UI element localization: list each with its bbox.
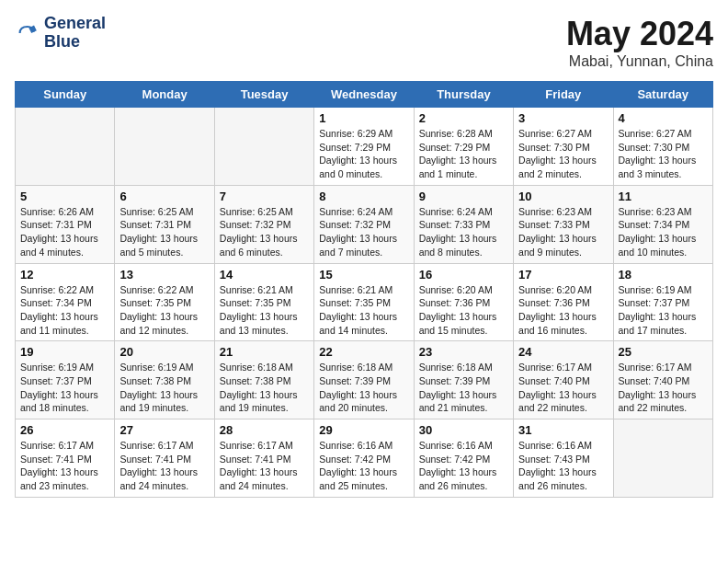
- day-info: Sunrise: 6:24 AMSunset: 7:32 PMDaylight:…: [319, 205, 408, 259]
- day-info: Sunrise: 6:18 AMSunset: 7:39 PMDaylight:…: [419, 361, 508, 415]
- day-info: Sunrise: 6:16 AMSunset: 7:42 PMDaylight:…: [319, 439, 408, 493]
- day-number: 11: [619, 190, 708, 203]
- calendar-cell: 18Sunrise: 6:19 AMSunset: 7:37 PMDayligh…: [613, 263, 712, 341]
- day-number: 17: [518, 268, 608, 282]
- calendar-cell: [613, 419, 712, 498]
- calendar-cell: 10Sunrise: 6:23 AMSunset: 7:33 PMDayligh…: [514, 185, 613, 263]
- day-number: 23: [419, 345, 508, 359]
- day-number: 24: [518, 345, 608, 359]
- day-info: Sunrise: 6:21 AMSunset: 7:35 PMDaylight:…: [319, 283, 408, 338]
- day-info: Sunrise: 6:29 AMSunset: 7:29 PMDaylight:…: [319, 127, 408, 181]
- day-info: Sunrise: 6:26 AMSunset: 7:31 PMDaylight:…: [20, 205, 109, 259]
- day-number: 4: [619, 111, 708, 125]
- day-info: Sunrise: 6:17 AMSunset: 7:40 PMDaylight:…: [619, 361, 708, 415]
- day-info: Sunrise: 6:17 AMSunset: 7:41 PMDaylight:…: [119, 439, 209, 493]
- calendar-cell: 9Sunrise: 6:24 AMSunset: 7:33 PMDaylight…: [414, 185, 513, 263]
- weekday-header-saturday: Saturday: [613, 82, 712, 108]
- day-number: 3: [518, 111, 608, 125]
- weekday-header-monday: Monday: [115, 82, 214, 108]
- calendar-cell: 26Sunrise: 6:17 AMSunset: 7:41 PMDayligh…: [16, 419, 115, 498]
- weekday-header-wednesday: Wednesday: [314, 82, 414, 108]
- calendar-week-row: 19Sunrise: 6:19 AMSunset: 7:37 PMDayligh…: [16, 341, 713, 419]
- day-info: Sunrise: 6:23 AMSunset: 7:33 PMDaylight:…: [518, 205, 608, 259]
- calendar-week-row: 26Sunrise: 6:17 AMSunset: 7:41 PMDayligh…: [16, 419, 713, 498]
- calendar-cell: 5Sunrise: 6:26 AMSunset: 7:31 PMDaylight…: [16, 185, 115, 263]
- day-info: Sunrise: 6:18 AMSunset: 7:39 PMDaylight:…: [319, 361, 408, 415]
- day-number: 10: [518, 190, 608, 203]
- calendar-cell: 16Sunrise: 6:20 AMSunset: 7:36 PMDayligh…: [414, 263, 513, 341]
- day-number: 2: [419, 111, 508, 125]
- day-number: 31: [518, 423, 608, 437]
- calendar-cell: 23Sunrise: 6:18 AMSunset: 7:39 PMDayligh…: [414, 341, 513, 419]
- day-info: Sunrise: 6:19 AMSunset: 7:37 PMDaylight:…: [20, 361, 109, 415]
- day-info: Sunrise: 6:27 AMSunset: 7:30 PMDaylight:…: [518, 127, 608, 181]
- calendar-cell: 13Sunrise: 6:22 AMSunset: 7:35 PMDayligh…: [115, 263, 214, 341]
- calendar-cell: 31Sunrise: 6:16 AMSunset: 7:43 PMDayligh…: [514, 419, 613, 498]
- day-info: Sunrise: 6:22 AMSunset: 7:34 PMDaylight:…: [20, 283, 109, 338]
- calendar-cell: 25Sunrise: 6:17 AMSunset: 7:40 PMDayligh…: [613, 341, 712, 419]
- logo: General Blue: [15, 15, 106, 52]
- day-info: Sunrise: 6:20 AMSunset: 7:36 PMDaylight:…: [419, 283, 508, 338]
- day-info: Sunrise: 6:23 AMSunset: 7:34 PMDaylight:…: [619, 205, 708, 259]
- calendar-cell: [214, 108, 313, 186]
- weekday-header-tuesday: Tuesday: [214, 82, 313, 108]
- calendar-week-row: 1Sunrise: 6:29 AMSunset: 7:29 PMDaylight…: [16, 108, 713, 186]
- day-number: 19: [20, 345, 109, 359]
- day-number: 29: [319, 423, 408, 437]
- day-number: 16: [419, 268, 508, 282]
- calendar-cell: 29Sunrise: 6:16 AMSunset: 7:42 PMDayligh…: [314, 419, 414, 498]
- day-number: 18: [619, 268, 708, 282]
- calendar-cell: 19Sunrise: 6:19 AMSunset: 7:37 PMDayligh…: [16, 341, 115, 419]
- calendar-cell: 8Sunrise: 6:24 AMSunset: 7:32 PMDaylight…: [314, 185, 414, 263]
- day-info: Sunrise: 6:19 AMSunset: 7:38 PMDaylight:…: [119, 361, 209, 415]
- page-header: General Blue May 2024 Mabai, Yunnan, Chi…: [15, 15, 713, 70]
- day-info: Sunrise: 6:16 AMSunset: 7:43 PMDaylight:…: [518, 439, 608, 493]
- day-number: 5: [20, 190, 109, 203]
- weekday-header-friday: Friday: [514, 82, 613, 108]
- calendar-cell: 15Sunrise: 6:21 AMSunset: 7:35 PMDayligh…: [314, 263, 414, 341]
- logo-text: General Blue: [44, 15, 106, 52]
- calendar-cell: 28Sunrise: 6:17 AMSunset: 7:41 PMDayligh…: [214, 419, 313, 498]
- calendar-cell: 1Sunrise: 6:29 AMSunset: 7:29 PMDaylight…: [314, 108, 414, 186]
- calendar-cell: [16, 108, 115, 186]
- calendar-cell: 20Sunrise: 6:19 AMSunset: 7:38 PMDayligh…: [115, 341, 214, 419]
- location-title: Mabai, Yunnan, China: [566, 53, 713, 70]
- day-info: Sunrise: 6:22 AMSunset: 7:35 PMDaylight:…: [119, 283, 209, 338]
- day-number: 12: [20, 268, 109, 282]
- day-number: 13: [119, 268, 209, 282]
- day-number: 21: [220, 345, 309, 359]
- day-number: 20: [119, 345, 209, 359]
- day-number: 28: [220, 423, 309, 437]
- day-info: Sunrise: 6:27 AMSunset: 7:30 PMDaylight:…: [619, 127, 708, 181]
- weekday-header-thursday: Thursday: [414, 82, 513, 108]
- calendar-cell: [115, 108, 214, 186]
- day-number: 30: [419, 423, 508, 437]
- day-info: Sunrise: 6:16 AMSunset: 7:42 PMDaylight:…: [419, 439, 508, 493]
- calendar-cell: 24Sunrise: 6:17 AMSunset: 7:40 PMDayligh…: [514, 341, 613, 419]
- calendar-cell: 21Sunrise: 6:18 AMSunset: 7:38 PMDayligh…: [214, 341, 313, 419]
- calendar-cell: 2Sunrise: 6:28 AMSunset: 7:29 PMDaylight…: [414, 108, 513, 186]
- calendar-cell: 6Sunrise: 6:25 AMSunset: 7:31 PMDaylight…: [115, 185, 214, 263]
- day-info: Sunrise: 6:25 AMSunset: 7:31 PMDaylight:…: [119, 205, 209, 259]
- logo-line1: General: [44, 15, 106, 33]
- day-number: 15: [319, 268, 408, 282]
- day-number: 7: [220, 190, 309, 203]
- day-info: Sunrise: 6:25 AMSunset: 7:32 PMDaylight:…: [220, 205, 309, 259]
- day-number: 8: [319, 190, 408, 203]
- calendar-cell: 3Sunrise: 6:27 AMSunset: 7:30 PMDaylight…: [514, 108, 613, 186]
- calendar-cell: 17Sunrise: 6:20 AMSunset: 7:36 PMDayligh…: [514, 263, 613, 341]
- weekday-header-sunday: Sunday: [16, 82, 115, 108]
- calendar-week-row: 12Sunrise: 6:22 AMSunset: 7:34 PMDayligh…: [16, 263, 713, 341]
- day-info: Sunrise: 6:24 AMSunset: 7:33 PMDaylight:…: [419, 205, 508, 259]
- calendar-table: SundayMondayTuesdayWednesdayThursdayFrid…: [15, 81, 713, 498]
- day-info: Sunrise: 6:18 AMSunset: 7:38 PMDaylight:…: [220, 361, 309, 415]
- day-number: 25: [619, 345, 708, 359]
- title-block: May 2024 Mabai, Yunnan, China: [566, 15, 713, 70]
- day-number: 14: [220, 268, 309, 282]
- calendar-cell: 14Sunrise: 6:21 AMSunset: 7:35 PMDayligh…: [214, 263, 313, 341]
- logo-icon: [15, 20, 40, 46]
- day-info: Sunrise: 6:20 AMSunset: 7:36 PMDaylight:…: [518, 283, 608, 338]
- day-number: 9: [419, 190, 508, 203]
- day-info: Sunrise: 6:28 AMSunset: 7:29 PMDaylight:…: [419, 127, 508, 181]
- day-info: Sunrise: 6:19 AMSunset: 7:37 PMDaylight:…: [619, 283, 708, 338]
